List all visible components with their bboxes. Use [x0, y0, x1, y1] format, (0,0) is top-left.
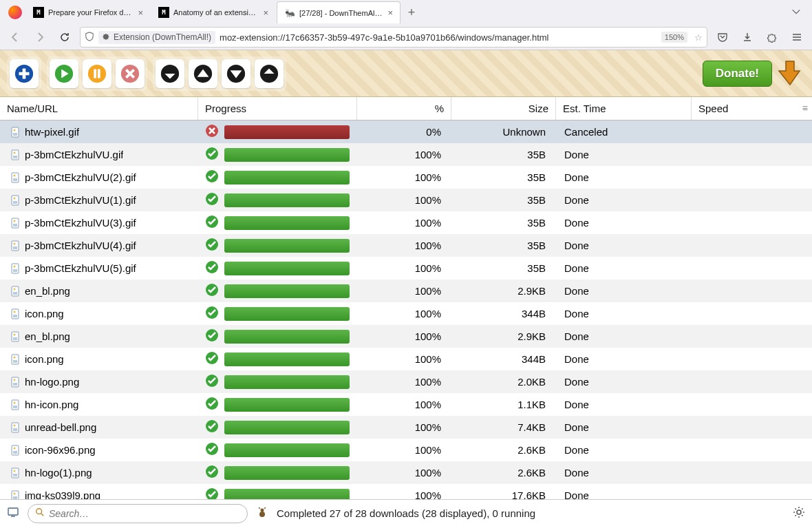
table-body[interactable]: htw-pixel.gif0%UnknownCanceledp-3bmCtEkz… [0, 120, 812, 499]
dta-mascot-icon [256, 506, 268, 520]
cell-size: 2.6KB [451, 439, 556, 461]
cell-est-time: Done [556, 461, 692, 484]
downloads-icon[interactable] [738, 28, 757, 47]
column-header-est[interactable]: Est. Time [556, 97, 692, 120]
extensions-icon[interactable] [762, 28, 782, 47]
browser-tab[interactable]: MAnatomy of an extension - Moz…× [151, 1, 275, 23]
settings-gear-icon[interactable] [793, 506, 805, 520]
table-row[interactable]: icon-96x96.png100%2.6KBDone [0, 439, 812, 461]
new-tab-button[interactable]: + [402, 3, 421, 22]
table-row[interactable]: p-3bmCtEkzhulVU(1).gif100%35BDone [0, 189, 812, 211]
pause-button[interactable] [83, 59, 111, 88]
move-top-button[interactable] [156, 59, 184, 88]
cell-percent: 100% [357, 461, 451, 484]
column-header-progress[interactable]: Progress [198, 97, 357, 120]
column-menu-icon[interactable]: ≡ [802, 103, 808, 114]
close-tab-icon[interactable]: × [138, 8, 143, 18]
progress-bar [224, 398, 350, 412]
table-row[interactable]: p-3bmCtEkzhulVU(5).gif100%35BDone [0, 257, 812, 280]
file-name: icon.png [25, 308, 64, 319]
donate-arrow-icon [775, 57, 805, 90]
table-row[interactable]: hn-icon.png100%1.1KBDone [0, 393, 812, 416]
cell-percent: 0% [357, 120, 451, 143]
search-input[interactable] [49, 508, 240, 519]
table-row[interactable]: p-3bmCtEkzhulVU(2).gif100%35BDone [0, 166, 812, 189]
resume-button[interactable] [50, 59, 78, 88]
search-box[interactable] [28, 504, 248, 523]
cell-size: 344B [451, 302, 556, 325]
cell-est-time: Done [556, 484, 692, 499]
move-down-button[interactable] [222, 59, 250, 88]
zoom-indicator[interactable]: 150% [661, 32, 687, 43]
monitor-icon[interactable] [7, 506, 19, 520]
table-row[interactable]: htw-pixel.gif0%UnknownCanceled [0, 120, 812, 143]
cell-size: 2.6KB [451, 461, 556, 484]
file-name: p-3bmCtEkzhulVU.gif [25, 149, 123, 160]
cell-percent: 100% [357, 280, 451, 302]
table-row[interactable]: hn-logo.png100%2.0KBDone [0, 370, 812, 393]
svg-rect-41 [13, 315, 17, 317]
browser-tab[interactable]: 🐜[27/28] - DownThemAll! Manag…× [277, 1, 400, 23]
tab-title: [27/28] - DownThemAll! Manag… [299, 9, 383, 17]
table-row[interactable]: en_bl.png100%2.9KBDone [0, 280, 812, 302]
column-header-speed[interactable]: Speed [692, 97, 812, 120]
cell-percent: 100% [357, 189, 451, 211]
browser-tab[interactable]: MPrepare your Firefox desktop e…× [26, 1, 150, 23]
table-row[interactable]: en_bl.png100%2.9KBDone [0, 325, 812, 348]
move-up-button[interactable] [189, 59, 217, 88]
table-row[interactable]: p-3bmCtEkzhulVU(3).gif100%35BDone [0, 211, 812, 234]
status-done-icon [205, 328, 219, 344]
status-done-icon [205, 442, 219, 458]
status-done-icon [205, 465, 219, 481]
table-row[interactable]: p-3bmCtEkzhulVU(4).gif100%35BDone [0, 234, 812, 257]
forward-button[interactable] [30, 28, 50, 47]
svg-rect-29 [13, 246, 17, 249]
mdn-favicon-icon: M [158, 7, 169, 18]
table-row[interactable]: p-3bmCtEkzhulVU.gif100%35BDone [0, 143, 812, 166]
cancel-button[interactable] [116, 59, 145, 88]
donate-button[interactable]: Donate! [703, 61, 772, 87]
tab-overflow-button[interactable] [784, 7, 808, 19]
svg-point-26 [14, 220, 16, 222]
column-header-name[interactable]: Name/URL [0, 97, 198, 120]
svg-point-46 [14, 333, 16, 335]
reload-button[interactable] [55, 28, 74, 47]
svg-rect-25 [13, 224, 17, 227]
progress-bar [224, 443, 350, 457]
table-header: Name/URL Progress % Size Est. Time Speed… [0, 97, 812, 120]
column-header-percent[interactable]: % [357, 97, 451, 120]
svg-point-22 [14, 197, 16, 199]
table-row[interactable]: unread-bell.png100%7.4KBDone [0, 416, 812, 439]
cell-est-time: Done [556, 143, 692, 166]
cell-speed [692, 257, 812, 280]
table-row[interactable]: icon.png100%344BDone [0, 348, 812, 370]
close-tab-icon[interactable]: × [387, 8, 393, 18]
shield-icon [85, 32, 94, 43]
url-bar[interactable]: Extension (DownThemAll!) moz-extension:/… [80, 27, 707, 48]
url-text: moz-extension://17c66357-3b59-497c-9a1e-… [220, 32, 657, 43]
file-name: icon-96x96.png [25, 444, 96, 456]
back-button[interactable] [6, 28, 25, 47]
cell-size: 2.0KB [451, 370, 556, 393]
tab-title: Prepare your Firefox desktop e… [48, 8, 133, 17]
add-download-button[interactable] [10, 59, 39, 88]
table-row[interactable]: icon.png100%344BDone [0, 302, 812, 325]
svg-point-2 [88, 64, 106, 82]
column-header-size[interactable]: Size [451, 97, 556, 120]
pocket-icon[interactable] [713, 28, 732, 47]
firefox-logo-icon [8, 6, 22, 19]
move-bottom-button[interactable] [255, 59, 284, 88]
status-done-icon [205, 147, 219, 162]
file-name: unread-bell.png [25, 421, 96, 433]
cell-est-time: Done [556, 257, 692, 280]
close-tab-icon[interactable]: × [263, 8, 268, 18]
bookmark-star-icon[interactable]: ☆ [694, 32, 703, 43]
svg-point-80 [797, 510, 801, 514]
table-row[interactable]: hn-logo(1).png100%2.6KBDone [0, 461, 812, 484]
table-row[interactable]: img-ks039l9.png100%17.6KBDone [0, 484, 812, 499]
file-name: p-3bmCtEkzhulVU(1).gif [25, 194, 136, 206]
cell-percent: 100% [357, 325, 451, 348]
app-menu-icon[interactable] [787, 28, 806, 47]
cell-speed [692, 370, 812, 393]
progress-bar [224, 193, 350, 207]
